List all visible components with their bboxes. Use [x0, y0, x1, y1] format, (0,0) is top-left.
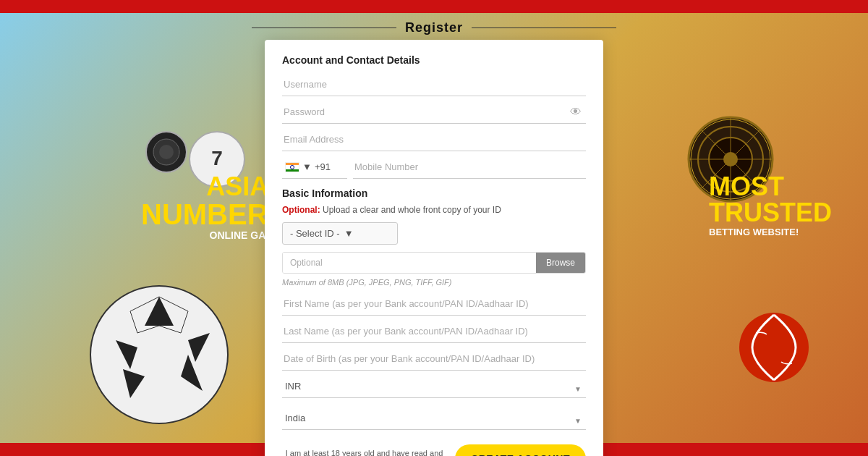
country-select-wrap: India Other — [282, 407, 586, 434]
toggle-password-icon[interactable]: 👁 — [570, 106, 582, 119]
svg-point-11 — [159, 145, 174, 159]
section-title-account: Account and Contact Details — [282, 54, 586, 66]
mobile-input[interactable] — [353, 156, 586, 179]
terms-text-line1: I am at least 18 years old and have read… — [286, 449, 443, 457]
betting-text: BETTING WEBSITE! — [709, 226, 832, 239]
most-text: MOST — [709, 174, 832, 200]
phone-row: ▼ +91 — [282, 156, 586, 179]
last-name-input[interactable] — [282, 320, 586, 343]
svg-text:7: 7 — [211, 147, 223, 169]
svg-point-21 — [739, 313, 809, 382]
file-input-placeholder: Optional — [283, 253, 536, 273]
dropdown-arrow-icon: ▼ — [302, 161, 312, 172]
top-red-bar — [0, 0, 868, 13]
select-id-dropdown[interactable]: - Select ID - ▼ — [282, 222, 398, 245]
section-title-basic: Basic Information — [282, 187, 586, 199]
register-title: Register — [405, 20, 463, 35]
file-upload-row: Optional Browse — [282, 252, 586, 274]
casino-chip-icon — [145, 130, 188, 174]
currency-select-wrap: INR USD — [282, 375, 586, 402]
form-bottom-bar: I am at least 18 years old and have read… — [282, 444, 586, 456]
select-id-label: - Select ID - — [290, 228, 340, 239]
soccer-ball-icon — [87, 282, 231, 427]
right-promo-text: MOST TRUSTED BETTING WEBSITE! — [709, 174, 832, 239]
select-id-row: - Select ID - ▼ — [282, 222, 586, 245]
country-select[interactable]: India Other — [282, 407, 586, 430]
india-flag — [285, 162, 299, 172]
country-code-value: +91 — [315, 161, 331, 172]
select-id-chevron-icon: ▼ — [344, 228, 354, 239]
terms-text: I am at least 18 years old and have read… — [282, 447, 446, 457]
email-input[interactable] — [282, 128, 586, 151]
header-line-right — [472, 28, 616, 28]
dob-input[interactable] — [282, 347, 586, 371]
register-header: Register — [0, 20, 868, 35]
trusted-text: TRUSTED — [709, 200, 832, 226]
currency-select[interactable]: INR USD — [282, 375, 586, 398]
username-input[interactable] — [282, 73, 586, 96]
cricket-ball-icon — [738, 311, 810, 384]
password-wrap: 👁 — [282, 101, 586, 124]
create-account-button[interactable]: CREATE ACCOUNT — [455, 444, 586, 456]
registration-form: Account and Contact Details 👁 ▼ +91 Basi… — [265, 40, 603, 456]
header-line-left — [252, 28, 396, 28]
file-hint-text: Maximum of 8MB (JPG, JPEG, PNG, TIFF, GI… — [282, 278, 586, 287]
first-name-input[interactable] — [282, 292, 586, 316]
optional-label: Optional: — [282, 205, 320, 215]
optional-text: Upload a clear and whole front copy of y… — [320, 205, 501, 215]
optional-notice: Optional: Upload a clear and whole front… — [282, 205, 586, 215]
country-code-selector[interactable]: ▼ +91 — [282, 156, 347, 179]
password-input[interactable] — [282, 101, 586, 124]
browse-button[interactable]: Browse — [536, 253, 585, 273]
